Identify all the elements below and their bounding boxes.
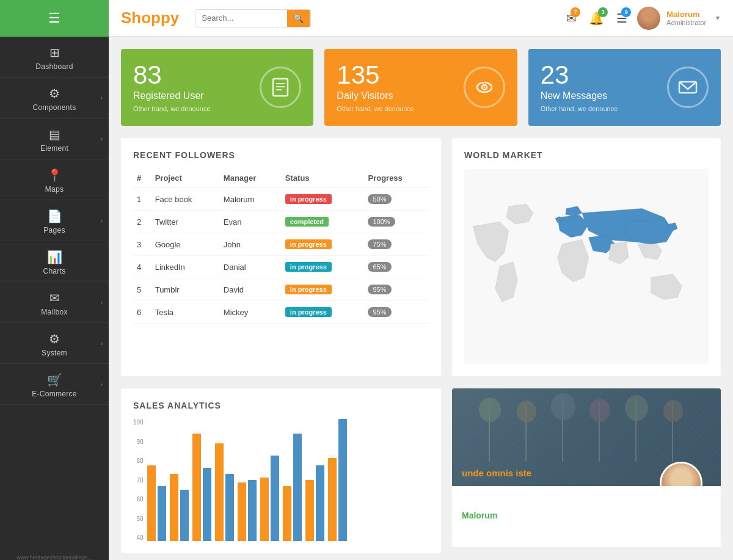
- stat-card-users: 83 Registered User Other hand, we denoun…: [121, 49, 313, 126]
- cell-num: 3: [133, 233, 151, 256]
- arrow-icon: ›: [101, 217, 103, 224]
- sales-analytics-card: SALES ANALYTICS 100 90 80 70 60 50 40: [121, 388, 441, 553]
- bar-blue: [338, 419, 347, 541]
- sidebar-item-ecommerce[interactable]: 🛒 E-Commerce ›: [0, 364, 109, 405]
- svg-point-17: [551, 393, 575, 420]
- cell-project: Google: [151, 233, 220, 256]
- sidebar-header[interactable]: ☰: [0, 0, 109, 37]
- stat-number: 23: [541, 62, 618, 88]
- sidebar-item-element[interactable]: ▤ Element ›: [0, 118, 109, 159]
- stat-number: 135: [337, 62, 414, 88]
- sidebar-item-charts[interactable]: 📊 Charts: [0, 241, 109, 282]
- stat-card-left: 135 Daily Visitors Other hand, we denoun…: [337, 62, 414, 112]
- bar-orange: [328, 458, 337, 541]
- chart-bars: [147, 419, 429, 541]
- user-area[interactable]: Malorum Administrator ▼: [637, 7, 721, 30]
- sidebar-item-label: Maps: [45, 185, 64, 194]
- topbar-icons: ✉ 7 🔔 3 ☰ 9: [566, 11, 627, 26]
- col-progress: Progress: [364, 169, 429, 188]
- arrow-icon: ›: [101, 136, 103, 142]
- svg-point-6: [483, 87, 485, 89]
- sidebar-item-maps[interactable]: 📍 Maps: [0, 159, 109, 200]
- cell-status: in progress: [282, 188, 365, 211]
- bar-group: [192, 434, 211, 541]
- bar-group: [283, 434, 302, 541]
- list-icon-wrap[interactable]: ☰ 9: [616, 11, 627, 26]
- bar-group: [170, 474, 189, 541]
- ecommerce-icon: 🛒: [47, 373, 62, 387]
- bar-orange: [305, 480, 314, 541]
- cell-manager: David: [220, 278, 282, 301]
- sidebar-item-mailbox[interactable]: ✉ Mailbox ›: [0, 282, 109, 323]
- svg-point-15: [479, 398, 501, 422]
- list-badge: 9: [621, 7, 631, 17]
- svg-point-20: [663, 400, 683, 422]
- sidebar-item-pages[interactable]: 📄 Pages ›: [0, 200, 109, 241]
- bar-orange: [215, 443, 224, 541]
- bar-orange: [260, 478, 269, 541]
- table-row: 5 Tumblr David in progress 95%: [133, 278, 429, 301]
- cell-manager: John: [220, 233, 282, 256]
- stat-card-icon: [260, 67, 301, 108]
- bar-orange: [238, 482, 246, 541]
- sidebar: ☰ ⊞ Dashboard ⚙ Components › ▤ Element ›…: [0, 0, 109, 560]
- components-icon: ⚙: [49, 86, 60, 101]
- stat-card-left: 83 Registered User Other hand, we denoun…: [133, 62, 211, 112]
- search-input[interactable]: [195, 10, 287, 26]
- stat-label: Registered User: [133, 90, 211, 101]
- bar-blue: [180, 490, 189, 541]
- bell-badge: 3: [598, 7, 608, 17]
- bar-blue: [293, 434, 302, 541]
- followers-card: RECENT FOLLOWERS # Project Manager Statu…: [121, 138, 441, 376]
- cell-manager: Danial: [220, 256, 282, 278]
- bar-orange: [170, 474, 178, 541]
- sidebar-item-system[interactable]: ⚙ System ›: [0, 323, 109, 364]
- col-num: #: [133, 169, 151, 188]
- cell-status: in progress: [282, 301, 365, 324]
- cell-num: 4: [133, 256, 151, 278]
- cell-project: Tumblr: [151, 278, 220, 301]
- world-market-title: WORLD MARKET: [464, 150, 709, 160]
- arrow-icon: ›: [101, 95, 103, 101]
- mailbox-icon: ✉: [49, 291, 60, 305]
- messages-icon-wrap[interactable]: ✉ 7: [566, 11, 577, 26]
- cell-progress: 95%: [364, 301, 429, 324]
- search-button[interactable]: 🔍: [287, 10, 310, 27]
- cell-num: 2: [133, 211, 151, 233]
- sidebar-item-dashboard[interactable]: ⊞ Dashboard: [0, 37, 109, 78]
- sidebar-footer: www.heritagechristiancollege...: [0, 555, 109, 560]
- bar-blue: [316, 465, 324, 541]
- cell-manager: Mickey: [220, 301, 282, 324]
- dashboard-icon: ⊞: [49, 45, 60, 60]
- sidebar-item-label: E-Commerce: [32, 390, 77, 398]
- cell-manager: Evan: [220, 211, 282, 233]
- bar-group: [238, 480, 257, 541]
- cell-status: in progress: [282, 233, 365, 256]
- followers-title: RECENT FOLLOWERS: [133, 150, 429, 160]
- bar-group: [328, 419, 347, 541]
- cell-project: LinkedIn: [151, 256, 220, 278]
- cell-project: Tesla: [151, 301, 220, 324]
- stat-sub: Other hand, we denounce: [541, 105, 618, 112]
- sidebar-item-label: Mailbox: [41, 308, 67, 316]
- sidebar-item-components[interactable]: ⚙ Components ›: [0, 78, 109, 118]
- chevron-down-icon: ▼: [715, 15, 721, 21]
- svg-point-19: [625, 395, 648, 421]
- followers-table: # Project Manager Status Progress 1 Face…: [133, 169, 429, 324]
- sidebar-item-label: Charts: [43, 267, 65, 275]
- table-row: 1 Face book Malorum in progress 50%: [133, 188, 429, 211]
- bar-group: [215, 443, 234, 541]
- content-area: 83 Registered User Other hand, we denoun…: [109, 37, 733, 560]
- profile-caption: unde omnis iste: [462, 468, 531, 478]
- stat-card-icon: [464, 67, 505, 108]
- stat-label: Daily Visitors: [337, 90, 414, 101]
- hamburger-icon[interactable]: ☰: [48, 10, 60, 26]
- topbar: Shoppy 🔍 ✉ 7 🔔 3 ☰ 9 Maloru: [109, 0, 733, 37]
- avatar: [637, 7, 660, 30]
- arrow-icon: ›: [101, 340, 103, 347]
- col-status: Status: [282, 169, 365, 188]
- stat-number: 83: [133, 62, 211, 88]
- cell-progress: 95%: [364, 278, 429, 301]
- stat-label: New Messages: [541, 90, 618, 101]
- bell-icon-wrap[interactable]: 🔔 3: [589, 11, 604, 26]
